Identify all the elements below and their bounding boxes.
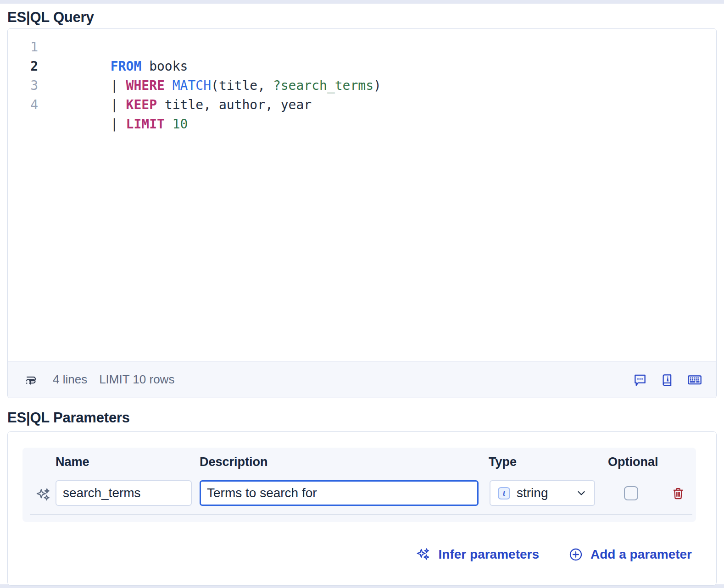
- line-number: 4: [8, 95, 38, 115]
- top-divider-strip: [0, 0, 724, 4]
- editor-footer-bar: 4 lines LIMIT 10 rows: [8, 361, 716, 398]
- sparkles-icon: [416, 546, 431, 563]
- parameter-description-input[interactable]: [200, 480, 479, 506]
- parameters-table: Name Description Type Optional t string: [22, 448, 696, 522]
- column-header-optional: Optional: [608, 455, 658, 469]
- plus-circle-icon: [568, 547, 583, 562]
- code-line-2[interactable]: 2| WHERE MATCH(title, ?search_terms): [8, 57, 716, 76]
- esql-query-editor: 1FROM books 2| WHERE MATCH(title, ?searc…: [7, 28, 717, 398]
- line-number: 1: [8, 38, 38, 57]
- column-header-description: Description: [200, 455, 268, 469]
- infer-parameters-label: Infer parameters: [439, 547, 539, 562]
- type-token-icon: t: [498, 487, 510, 499]
- feedback-comment-icon[interactable]: [633, 372, 647, 387]
- type-select-value: string: [517, 486, 576, 500]
- delete-parameter-trash-icon[interactable]: [671, 486, 685, 501]
- infer-parameters-button[interactable]: Infer parameters: [416, 546, 539, 563]
- keyboard-shortcuts-icon[interactable]: [687, 372, 702, 387]
- code-token-keyword: LIMIT: [126, 116, 165, 132]
- line-number-active: 2: [8, 57, 38, 76]
- chevron-down-icon: [576, 488, 587, 499]
- code-token-number: 10: [173, 116, 188, 132]
- code-editor-area[interactable]: 1FROM books 2| WHERE MATCH(title, ?searc…: [8, 29, 716, 361]
- wrap-lines-icon[interactable]: [24, 373, 38, 387]
- code-line-1[interactable]: 1FROM books: [8, 38, 716, 57]
- column-header-type: Type: [489, 455, 517, 469]
- generate-description-sparkles-icon[interactable]: [35, 487, 52, 503]
- add-parameter-label: Add a parameter: [590, 547, 692, 562]
- optional-checkbox[interactable]: [624, 486, 638, 500]
- esql-parameters-panel: Name Description Type Optional t string: [7, 431, 717, 586]
- code-line-3[interactable]: 3| KEEP title, author, year: [8, 76, 716, 95]
- header-divider: [30, 474, 692, 474]
- line-number: 3: [8, 76, 38, 95]
- documentation-icon[interactable]: [660, 372, 674, 387]
- esql-editor-flyout: ES|QL Query 1FROM books 2| WHERE MATCH(t…: [0, 0, 724, 588]
- code-token: |: [111, 116, 126, 132]
- parameters-actions: Infer parameters Add a parameter: [416, 546, 692, 563]
- column-header-name: Name: [56, 455, 89, 469]
- code-line-4[interactable]: 4| LIMIT 10: [8, 95, 716, 115]
- row-divider: [30, 514, 692, 515]
- query-section-title: ES|QL Query: [7, 9, 94, 26]
- parameters-section-title: ES|QL Parameters: [7, 410, 130, 426]
- lines-count-label: 4 lines: [53, 372, 87, 387]
- code-token: [165, 116, 173, 132]
- add-parameter-button[interactable]: Add a parameter: [568, 547, 692, 562]
- parameter-type-select[interactable]: t string: [490, 480, 595, 506]
- parameter-name-input[interactable]: [56, 480, 192, 506]
- limit-rows-label: LIMIT 10 rows: [99, 372, 174, 387]
